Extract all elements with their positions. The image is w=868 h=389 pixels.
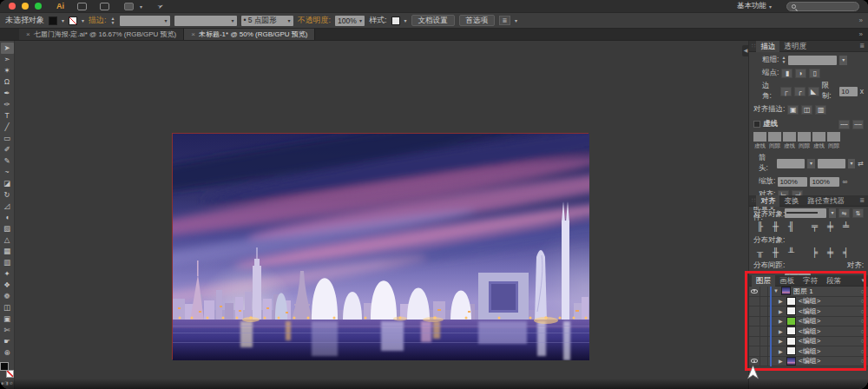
link-scale-icon[interactable]: ∞ — [842, 178, 847, 186]
visibility-toggle[interactable] — [749, 317, 760, 326]
lock-toggle[interactable] — [760, 287, 768, 296]
expand-arrow-icon[interactable]: ▶ — [779, 308, 786, 314]
distribute-right-button[interactable]: ╡ — [839, 247, 852, 258]
line-segment-tool[interactable]: ╱ — [1, 122, 14, 133]
close-window-button[interactable] — [9, 3, 16, 10]
distribute-left-button[interactable]: ╞ — [808, 247, 821, 258]
visibility-toggle[interactable] — [749, 307, 760, 316]
scale-start-field[interactable]: 100% — [778, 177, 807, 187]
direct-selection-tool[interactable]: ➣ — [1, 54, 14, 65]
eraser-tool[interactable]: ◪ — [1, 178, 14, 189]
align-top-button[interactable]: ╤ — [808, 221, 821, 232]
corner-miter-button[interactable]: ┌ — [780, 87, 792, 96]
arrange-documents-icon[interactable] — [77, 3, 87, 10]
lock-toggle[interactable] — [760, 297, 768, 307]
align-vcenter-button[interactable]: ╪ — [824, 221, 837, 232]
stepper-down-icon[interactable]: ▼ — [781, 60, 786, 64]
group-row[interactable]: ▶ <编组> ○ — [749, 326, 868, 337]
lock-toggle[interactable] — [760, 357, 768, 366]
slice-tool[interactable]: ✄ — [1, 325, 14, 336]
arrow-start-dropdown[interactable] — [777, 159, 805, 168]
group-row[interactable]: ▶ <编组> ○ — [749, 337, 868, 347]
target-circle-icon[interactable]: ○ — [857, 298, 868, 304]
artboard-artwork[interactable] — [172, 133, 589, 359]
tab-paragraph[interactable]: 段落 — [822, 275, 845, 287]
corner-bevel-button[interactable]: ◣ — [808, 87, 819, 96]
stepper-down-icon[interactable]: ▼ — [111, 21, 115, 25]
swap-arrows-icon[interactable]: ⇄ — [858, 160, 864, 168]
tab-layers[interactable]: 图层 — [752, 275, 775, 287]
share-icon[interactable]: ➢ — [155, 1, 165, 11]
align-hcenter-button[interactable]: ╫ — [769, 221, 782, 232]
layout-icon[interactable] — [100, 3, 109, 10]
expand-arrow-icon[interactable]: ▶ — [779, 338, 786, 344]
more-options-caret-icon[interactable]: ▾ — [515, 17, 517, 23]
minimize-window-button[interactable] — [22, 3, 29, 10]
fill-caret-icon[interactable]: ▾ — [62, 17, 64, 23]
selection-tool[interactable]: ➤ — [1, 43, 14, 54]
field-caret-icon[interactable]: ▾ — [164, 17, 167, 23]
dash-field[interactable] — [812, 132, 825, 142]
dash-adjust-button[interactable]: ┄┄ — [852, 120, 864, 129]
distribute-vcenter-button[interactable]: ╫ — [769, 247, 782, 258]
rotate-tool[interactable]: ↻ — [1, 189, 14, 201]
visibility-toggle[interactable] — [749, 357, 760, 366]
group-name[interactable]: <编组> — [799, 296, 857, 306]
group-name[interactable]: <编组> — [799, 326, 857, 336]
close-tab-icon[interactable]: × — [191, 30, 195, 38]
group-name[interactable]: <编组> — [799, 316, 857, 326]
zoom-window-button[interactable] — [35, 3, 42, 10]
none-button[interactable]: ⊘ — [10, 380, 13, 386]
lock-toggle[interactable] — [760, 346, 768, 356]
distribute-top-button[interactable]: ╥ — [753, 247, 766, 258]
tab-transparency[interactable]: 透明度 — [779, 41, 811, 52]
collapse-controlbar-icon[interactable]: » — [859, 16, 863, 24]
weight-stepper[interactable]: ▲▼ — [781, 56, 786, 64]
target-circle-icon[interactable]: ○ — [857, 338, 868, 344]
expand-arrow-icon[interactable]: ▶ — [779, 348, 786, 354]
lock-toggle[interactable] — [760, 317, 768, 326]
dash-field[interactable] — [753, 132, 766, 142]
field-caret-icon[interactable]: ▾ — [231, 17, 233, 23]
group-row[interactable]: ▶ <编组> ○ — [749, 346, 868, 357]
cap-butt-button[interactable]: ▮ — [781, 69, 792, 78]
opacity-link[interactable]: 不透明度: — [298, 15, 332, 26]
width-tool[interactable]: ◖ — [1, 212, 14, 223]
field-caret-icon[interactable]: ▾ — [359, 17, 362, 23]
layer-row[interactable]: ▼ 图层 1 ○ — [749, 287, 868, 297]
style-swatch[interactable] — [391, 16, 400, 25]
tab-pathfinder[interactable]: 路径查找器 — [803, 195, 849, 207]
tab-stroke[interactable]: 描边 — [756, 41, 779, 52]
preferences-button[interactable]: 首选项 — [459, 15, 496, 26]
stroke-weight-field[interactable]: ▾ — [120, 16, 170, 26]
gap-field[interactable] — [827, 132, 840, 142]
group-row[interactable]: ▶ <编组> ○ — [749, 317, 868, 327]
stroke-weight-stepper[interactable]: ▲▼ — [111, 16, 115, 25]
stroke-color-swatch[interactable] — [6, 370, 14, 378]
more-options-icon[interactable]: ≣ — [499, 16, 510, 25]
panel-grip-icon[interactable]: ∷ — [752, 43, 754, 49]
scale-end-field[interactable]: 100% — [810, 177, 839, 187]
align-bottom-button[interactable]: ╧ — [839, 221, 852, 232]
pencil-tool[interactable]: ✎ — [1, 155, 14, 167]
group-name[interactable]: <编组> — [799, 356, 857, 366]
target-circle-icon[interactable]: ○ — [857, 318, 868, 324]
tab-overflow-icon[interactable]: » — [859, 30, 863, 38]
visibility-toggle[interactable] — [749, 287, 760, 296]
hand-tool[interactable]: ☛ — [1, 336, 14, 347]
panel-menu-icon[interactable]: ≣ — [859, 43, 865, 49]
free-transform-tool[interactable]: ▧ — [1, 223, 14, 234]
document-tab-active[interactable]: × 未标题-1* @ 50% (RGB/GPU 预览) — [184, 29, 315, 40]
distribute-hcenter-button[interactable]: ╪ — [824, 247, 837, 258]
lasso-tool[interactable]: Ω — [1, 76, 14, 88]
magic-wand-tool[interactable]: ✶ — [1, 65, 14, 76]
tab-transform[interactable]: 变换 — [779, 195, 803, 207]
gradient-button[interactable]: ◨ — [4, 380, 9, 386]
panel-menu-icon[interactable]: ≣ — [859, 197, 865, 204]
weight-field[interactable] — [788, 56, 837, 65]
mesh-tool[interactable]: ▦ — [1, 246, 14, 257]
group-row[interactable]: ▶ <编组> ○ — [749, 297, 868, 307]
style-caret-icon[interactable]: ▾ — [404, 17, 407, 23]
collapse-dock-icon[interactable]: ◀ — [742, 45, 749, 56]
group-row[interactable]: ▶ <编组> ○ — [749, 307, 868, 317]
